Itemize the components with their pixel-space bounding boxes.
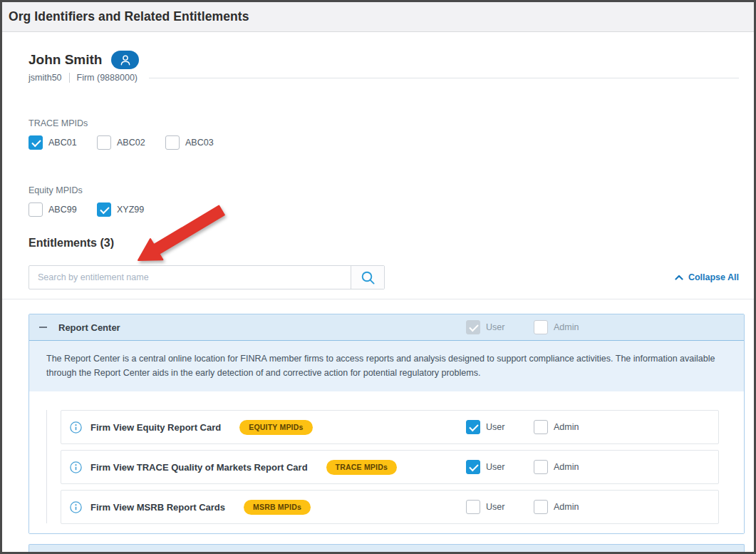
row-admin-label: Admin (554, 422, 579, 432)
info-icon[interactable] (70, 421, 82, 434)
user-login: jsmith50 (29, 73, 62, 83)
entitlement-search (29, 265, 385, 289)
info-icon[interactable] (70, 501, 82, 513)
page-title: Org Identifiers and Related Entitlements (9, 9, 249, 24)
checkbox-xyz99[interactable] (97, 202, 111, 217)
panel-title: Report Center (58, 322, 120, 333)
report-center-panel: Report Center User Admin The Report Cent… (29, 314, 745, 534)
row-admin-checkbox-group[interactable]: Admin (534, 451, 584, 483)
mpid-option-abc02[interactable]: ABC02 (97, 135, 147, 150)
mpid-badge: TRACE MPIDs (326, 460, 397, 475)
subtitle-divider (69, 73, 70, 83)
row-user-checkbox-group[interactable]: User (466, 411, 516, 443)
entitlement-row-trace: Firm View TRACE Quality of Markets Repor… (61, 450, 719, 484)
panel-description: The Report Center is a central online lo… (29, 341, 744, 391)
row-user-label: User (486, 422, 504, 432)
entitlement-name: Firm View MSRB Report Cards (90, 502, 225, 513)
collapse-all-link[interactable]: Collapse All (675, 272, 739, 282)
row-user-label: User (486, 462, 504, 472)
main-content: John Smith jsmith50 Firm (9888000) TRACE… (2, 51, 754, 534)
trace-mpids-section: TRACE MPIDs ABC01 ABC02 ABC03 (29, 118, 745, 150)
checkbox-label: ABC01 (48, 138, 77, 148)
entitlement-row-equity: Firm View Equity Report Card EQUITY MPID… (61, 410, 719, 444)
mpid-option-abc99[interactable]: ABC99 (29, 202, 78, 217)
entitlements-heading: Entitlements (3) (29, 237, 745, 250)
entitlement-name: Firm View Equity Report Card (90, 422, 221, 433)
equity-mpids-section: Equity MPIDs ABC99 XYZ99 (29, 185, 745, 217)
entitlement-row-msrb: Firm View MSRB Report Cards MSRB MPIDs U… (61, 490, 719, 524)
panel-admin-checkbox-group: Admin (534, 314, 584, 340)
report-center-header[interactable]: Report Center User Admin (29, 314, 744, 341)
panel-admin-label: Admin (554, 322, 579, 332)
panel-admin-checkbox (534, 320, 548, 334)
row-admin-checkbox-group[interactable]: Admin (534, 411, 584, 443)
panel-user-checkbox (466, 320, 480, 334)
row-admin-label: Admin (554, 462, 579, 472)
panel-user-label: User (486, 322, 504, 332)
checkbox-label: ABC02 (117, 138, 145, 148)
search-icon (361, 270, 376, 285)
search-button[interactable] (351, 266, 384, 289)
checkbox-abc03[interactable] (165, 135, 180, 150)
checkbox-label: XYZ99 (117, 205, 144, 215)
trace-mpids-label: TRACE MPIDs (29, 118, 745, 128)
row-user-checkbox[interactable] (466, 420, 480, 434)
row-user-checkbox-group[interactable]: User (466, 451, 516, 483)
row-admin-label: Admin (554, 502, 579, 512)
mpid-option-xyz99[interactable]: XYZ99 (97, 202, 147, 217)
equity-mpids-label: Equity MPIDs (29, 185, 745, 195)
row-admin-checkbox-group[interactable]: Admin (534, 491, 584, 523)
row-admin-checkbox[interactable] (534, 460, 548, 474)
user-org: Firm (9888000) (77, 73, 138, 83)
mpid-badge: MSRB MPIDs (244, 500, 311, 515)
row-admin-checkbox[interactable] (534, 500, 548, 514)
row-user-checkbox[interactable] (466, 500, 480, 514)
checkbox-abc99[interactable] (29, 202, 43, 217)
row-admin-checkbox[interactable] (534, 420, 548, 434)
entitlement-rows: Firm View Equity Report Card EQUITY MPID… (29, 391, 744, 533)
checkbox-label: ABC99 (48, 205, 77, 215)
user-badge-icon (118, 53, 133, 67)
next-panel-header-cutoff[interactable] (29, 544, 745, 553)
mpid-option-abc03[interactable]: ABC03 (165, 135, 215, 150)
app-window: Org Identifiers and Related Entitlements… (0, 0, 756, 554)
mpid-badge: EQUITY MPIDs (239, 420, 312, 435)
search-input[interactable] (29, 266, 351, 289)
panel-user-checkbox-group: User (466, 314, 516, 340)
collapse-all-label: Collapse All (688, 272, 739, 282)
checkbox-label: ABC03 (185, 138, 214, 148)
panel-collapse-icon[interactable] (39, 327, 47, 328)
search-row: Collapse All (29, 265, 745, 289)
collapse-all-icon (675, 275, 683, 280)
title-bar: Org Identifiers and Related Entitlements (2, 2, 754, 32)
checkbox-abc02[interactable] (97, 135, 111, 150)
section-divider (2, 299, 754, 299)
entitlement-name: Firm View TRACE Quality of Markets Repor… (90, 462, 308, 473)
row-user-checkbox-group[interactable]: User (466, 491, 516, 523)
row-user-label: User (486, 502, 504, 512)
user-header: John Smith jsmith50 Firm (9888000) (29, 51, 745, 83)
info-icon[interactable] (70, 461, 82, 473)
checkbox-abc01[interactable] (29, 135, 43, 150)
mpid-option-abc01[interactable]: ABC01 (29, 135, 78, 150)
user-type-badge (111, 51, 139, 69)
row-user-checkbox[interactable] (466, 460, 480, 474)
header-rule (149, 78, 739, 78)
user-name: John Smith (29, 52, 102, 68)
